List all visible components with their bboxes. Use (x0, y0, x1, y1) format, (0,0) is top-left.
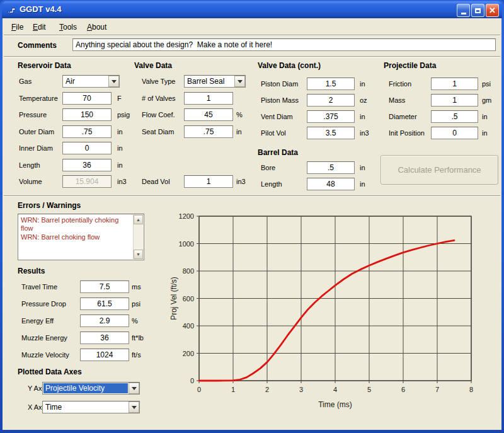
window-title: GGDT v4.4 (20, 4, 61, 14)
maximize-button[interactable] (471, 4, 484, 17)
valve_cont-piston-mass-unit: oz (360, 96, 367, 104)
menu-item-edit[interactable]: Edit (30, 21, 49, 33)
projectile-friction-field[interactable]: 1 (431, 78, 478, 90)
minimize-button[interactable] (457, 4, 470, 17)
x-axis-value: Time (43, 402, 128, 412)
valve-valve-type-chevron-down-icon[interactable] (234, 76, 245, 87)
results-energy-eff-label: Energy Eff (21, 317, 54, 325)
valve-valve-type-select[interactable]: Barrel Seal (184, 75, 246, 88)
errors-scrollbar[interactable]: ▲ ▼ (133, 215, 143, 259)
chart-x-tick-label: 6 (401, 386, 405, 393)
barrel-length-field[interactable]: 48 (307, 178, 355, 190)
projectile-friction-unit: psi (482, 80, 491, 88)
valve_cont-vent-diam-unit: in (360, 113, 365, 120)
reservoir-length-unit: in (117, 161, 123, 169)
reservoir-volume-unit: in3 (117, 178, 127, 185)
valve_cont-piston-diam-field[interactable]: 1.5 (307, 78, 355, 90)
reservoir-gas-select[interactable]: Air (62, 75, 120, 88)
results-energy-eff-unit: % (132, 317, 138, 325)
reservoir-inner-diam-label: Inner Diam (19, 144, 53, 152)
results-muzzle-energy-field[interactable]: 36 (80, 332, 129, 344)
valve_cont-pilot-vol-field[interactable]: 3.5 (307, 127, 355, 139)
x-axis-select[interactable]: Time (42, 401, 140, 413)
valve-of-valves-field[interactable]: 1 (184, 92, 233, 105)
x-axis-chevron-down-icon[interactable] (129, 401, 139, 413)
results-pressure-drop-label: Pressure Drop (21, 300, 66, 308)
close-button[interactable]: ✕ (486, 4, 499, 17)
menu-item-tools[interactable]: Tools (57, 21, 79, 33)
projectile-init-position-label: Init Position (389, 129, 425, 137)
valve_cont-pilot-vol-label: Pilot Vol (261, 129, 286, 137)
barrel-bore-field[interactable]: .5 (307, 161, 355, 174)
valve-dead-vol-field[interactable]: 1 (184, 175, 233, 188)
y-axis-select[interactable]: Projectile Velocity (42, 382, 140, 395)
reservoir-pressure-field[interactable]: 150 (62, 108, 112, 121)
projectile-diameter-unit: in (482, 113, 488, 120)
scroll-down-icon[interactable]: ▼ (134, 250, 143, 259)
valve-dead-vol-label: Dead Vol (142, 178, 170, 185)
valve-valve-type-label: Valve Type (142, 78, 175, 85)
valve-seat-diam-label: Seat Diam (142, 128, 174, 136)
valve-flow-coef-field[interactable]: 45 (184, 108, 233, 121)
errors-title: Errors / Warnings (18, 201, 81, 210)
section-title-barrel: Barrel Data (258, 148, 298, 157)
comments-separator (4, 56, 500, 57)
menu-item-about[interactable]: About (84, 21, 109, 33)
reservoir-temperature-label: Temperature (19, 95, 58, 102)
projectile-mass-field[interactable]: 1 (431, 94, 478, 107)
chart-x-tick-label: 7 (435, 386, 439, 393)
results-energy-eff-field[interactable]: 2.9 (80, 315, 129, 327)
results-travel-time-field[interactable]: 7.5 (80, 280, 129, 293)
menu-bar: FileEditToolsAbout (3, 18, 501, 35)
results-travel-time-label: Travel Time (21, 283, 57, 291)
app-icon (6, 5, 16, 15)
reservoir-outer-diam-field[interactable]: .75 (62, 125, 112, 138)
chart-y-tick-label: 800 (183, 267, 194, 275)
chart-x-tick-label: 8 (469, 386, 473, 393)
chart-x-tick-label: 0 (197, 386, 201, 393)
minimize-icon (461, 13, 466, 14)
reservoir-inner-diam-field[interactable]: 0 (62, 142, 112, 154)
results-muzzle-velocity-field[interactable]: 1024 (80, 349, 129, 361)
reservoir-volume-field[interactable]: 15.904 (62, 175, 112, 188)
reservoir-gas-chevron-down-icon[interactable] (108, 76, 119, 87)
menu-item-file[interactable]: File (9, 21, 26, 33)
calculate-performance-button[interactable]: Calculate Performance (381, 155, 498, 185)
reservoir-pressure-unit: psig (117, 111, 130, 118)
comments-label: Comments (18, 41, 57, 50)
projectile-init-position-field[interactable]: 0 (431, 127, 478, 139)
valve-flow-coef-label: Flow Coef. (142, 111, 175, 118)
comments-input[interactable]: Anything special about the design? Make … (72, 38, 496, 51)
app-window: GGDT v4.4 ✕ FileEditToolsAbout Comments … (0, 0, 504, 433)
barrel-bore-label: Bore (261, 164, 275, 171)
valve-seat-diam-unit: in (236, 128, 242, 136)
projectile-mass-unit: gm (482, 96, 491, 104)
maximize-icon (475, 8, 481, 13)
projectile-diameter-label: Diameter (389, 113, 417, 120)
section-title-reservoir: Reservoir Data (18, 61, 71, 70)
reservoir-temperature-field[interactable]: 70 (62, 92, 112, 105)
valve-seat-diam-field[interactable]: .75 (184, 125, 233, 138)
errors-listbox[interactable]: WRN: Barrel potentially choking flowWRN:… (18, 214, 144, 260)
scroll-up-icon[interactable]: ▲ (134, 215, 143, 224)
y-axis-chevron-down-icon[interactable] (129, 383, 139, 394)
results-muzzle-velocity-label: Muzzle Velocity (21, 351, 69, 359)
close-icon: ✕ (489, 6, 496, 14)
chart-y-tick-label: 1200 (179, 212, 194, 220)
results-title: Results (18, 267, 45, 275)
valve_cont-piston-mass-field[interactable]: 2 (307, 94, 355, 107)
valve_cont-piston-diam-label: Piston Diam (261, 80, 298, 88)
results-pressure-drop-field[interactable]: 61.5 (80, 297, 129, 310)
reservoir-gas-label: Gas (19, 78, 32, 85)
reservoir-length-label: Length (19, 161, 40, 169)
projectile-diameter-field[interactable]: .5 (431, 110, 478, 123)
reservoir-pressure-label: Pressure (19, 111, 47, 118)
errors-list: WRN: Barrel potentially choking flowWRN:… (19, 215, 133, 259)
form-content: FileEditToolsAbout Comments Anything spe… (3, 18, 501, 430)
title-bar[interactable]: GGDT v4.4 ✕ (2, 1, 502, 18)
reservoir-length-field[interactable]: 36 (62, 159, 112, 171)
warning-message: WRN: Barrel potentially choking flow (21, 216, 131, 233)
chart-x-tick-label: 1 (231, 386, 235, 393)
reservoir-volume-label: Volume (19, 178, 42, 185)
valve_cont-vent-diam-field[interactable]: .375 (307, 110, 355, 123)
